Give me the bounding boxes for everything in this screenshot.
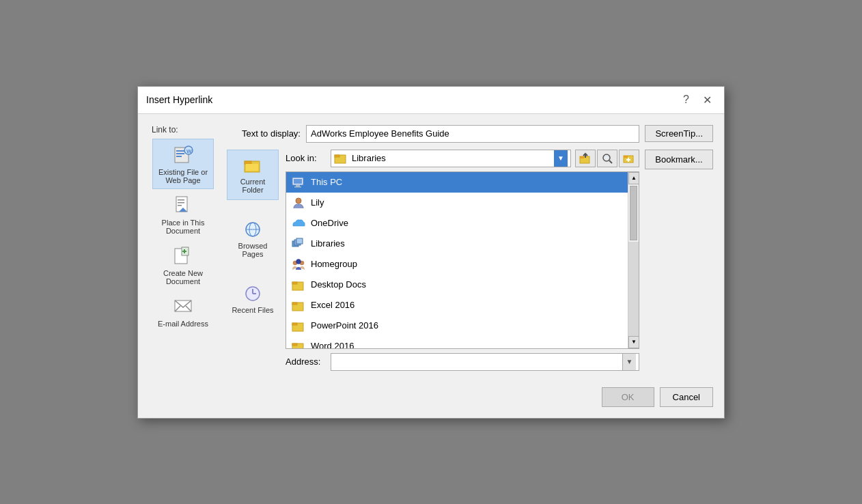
up-folder-btn[interactable]	[575, 150, 596, 167]
new-folder-btn[interactable]	[619, 150, 639, 167]
scroll-space	[628, 242, 639, 336]
close-button[interactable]: ✕	[699, 92, 716, 108]
svg-rect-41	[294, 186, 301, 188]
dropdown-item-this-pc[interactable]: This PC	[286, 172, 628, 193]
look-in-combo[interactable]: Libraries ▼	[331, 150, 571, 167]
screentip-button[interactable]: ScreenTip...	[645, 125, 713, 142]
toolbar-buttons	[575, 150, 639, 167]
sidebar-item-create-new[interactable]: Create NewDocument	[152, 240, 214, 290]
scroll-thumb[interactable]	[630, 186, 637, 240]
dropdown-item-desktop-docs[interactable]: Desktop Docs	[286, 275, 628, 295]
text-display-label: Text to display:	[225, 128, 301, 139]
svg-rect-8	[178, 202, 184, 204]
nav-column: CurrentFolder BrowsedPages	[225, 150, 280, 371]
svg-rect-2	[176, 153, 184, 154]
look-in-label: Look in:	[286, 153, 326, 163]
search-web-btn[interactable]	[597, 150, 617, 167]
title-bar: Insert Hyperlink ? ✕	[138, 87, 724, 114]
right-buttons: Bookmark...	[645, 150, 713, 371]
nav-current-folder[interactable]: CurrentFolder	[227, 150, 279, 200]
link-to-label: Link to:	[149, 125, 178, 135]
file-browser: Look in: Libraries ▼	[286, 150, 639, 371]
bottom-row: OK Cancel	[138, 382, 724, 418]
look-in-row: Look in: Libraries ▼	[286, 150, 639, 167]
dropdown-item-libraries[interactable]: Libraries	[286, 234, 628, 254]
this-pc-icon	[292, 176, 305, 189]
onedrive-icon	[292, 216, 305, 230]
svg-rect-39	[294, 179, 302, 184]
scroll-up-btn[interactable]: ▲	[628, 172, 639, 184]
dropdown-item-word-2016[interactable]: Word 2016	[286, 336, 628, 348]
svg-rect-30	[580, 156, 584, 158]
powerpoint-2016-icon	[292, 319, 305, 333]
svg-rect-7	[178, 199, 184, 201]
dropdown-item-lily[interactable]: Lily	[286, 193, 628, 213]
dropdown-item-powerpoint-2016[interactable]: PowerPoint 2016	[286, 316, 628, 336]
browsed-pages-label: BrowsedPages	[238, 242, 268, 258]
svg-rect-1	[176, 150, 184, 152]
middle-section: CurrentFolder BrowsedPages	[225, 150, 713, 371]
svg-rect-20	[246, 164, 258, 171]
svg-rect-40	[296, 185, 300, 186]
place-in-doc-label: Place in ThisDocument	[162, 219, 205, 235]
nav-recent-files[interactable]: Recent Files	[227, 278, 279, 320]
folder-icon-combo	[334, 152, 348, 165]
scroll-down-btn[interactable]: ▼	[628, 336, 639, 348]
place-in-doc-icon	[172, 194, 194, 216]
address-label: Address:	[286, 356, 326, 367]
ok-button[interactable]: OK	[602, 387, 654, 407]
help-button[interactable]: ?	[679, 92, 693, 107]
cancel-button[interactable]: Cancel	[660, 387, 713, 407]
powerpoint-2016-label: PowerPoint 2016	[311, 320, 378, 331]
text-display-row: Text to display: ScreenTip...	[225, 125, 713, 143]
svg-line-32	[609, 160, 612, 163]
onedrive-label: OneDrive	[311, 218, 348, 228]
svg-point-33	[605, 156, 608, 159]
address-dropdown-btn[interactable]: ▼	[622, 354, 636, 370]
dialog-body: Link to: W Existing File orWeb Page	[138, 114, 724, 382]
existing-file-label: Existing File orWeb Page	[158, 168, 208, 184]
nav-browsed-pages[interactable]: BrowsedPages	[227, 214, 279, 264]
create-new-label: Create NewDocument	[163, 269, 203, 285]
svg-text:W: W	[186, 148, 192, 154]
lily-label: Lily	[311, 197, 324, 208]
excel-2016-label: Excel 2016	[311, 300, 354, 310]
text-display-input[interactable]	[306, 125, 639, 143]
current-folder-label: CurrentFolder	[240, 178, 266, 194]
address-row: Address: ▼	[286, 353, 639, 371]
dropdown-item-onedrive[interactable]: OneDrive	[286, 213, 628, 234]
sidebar-item-email[interactable]: E-mail Address	[152, 290, 214, 333]
dropdown-item-homegroup[interactable]: Homegroup	[286, 254, 628, 275]
svg-rect-45	[296, 238, 303, 244]
look-in-dropdown-btn[interactable]: ▼	[554, 150, 568, 167]
homegroup-label: Homegroup	[311, 259, 357, 269]
dropdown-list: This PC Lily	[286, 171, 639, 349]
scrollbar[interactable]: ▲ ▼	[628, 172, 639, 348]
svg-rect-52	[292, 303, 297, 305]
sidebar-item-existing-file[interactable]: W Existing File orWeb Page	[152, 139, 214, 189]
svg-rect-19	[245, 161, 251, 164]
existing-file-icon: W	[172, 143, 194, 165]
address-combo[interactable]: ▼	[331, 353, 639, 371]
svg-rect-35	[624, 156, 628, 158]
create-new-icon	[172, 244, 194, 266]
svg-rect-56	[292, 344, 297, 346]
main-content: Text to display: ScreenTip... CurrentFol…	[225, 125, 713, 371]
svg-point-48	[296, 259, 301, 264]
sidebar-item-place-in-doc[interactable]: Place in ThisDocument	[152, 189, 214, 240]
dropdown-items: This PC Lily	[286, 172, 628, 348]
desktop-docs-icon	[292, 278, 305, 292]
libraries-icon	[292, 237, 305, 251]
svg-rect-54	[292, 323, 297, 325]
homegroup-icon	[292, 257, 305, 271]
dropdown-item-excel-2016[interactable]: Excel 2016	[286, 295, 628, 316]
email-icon	[172, 295, 194, 317]
desktop-docs-label: Desktop Docs	[311, 279, 366, 290]
svg-rect-28	[335, 155, 339, 157]
look-in-value: Libraries	[352, 153, 550, 163]
insert-hyperlink-dialog: Insert Hyperlink ? ✕ Link to: W	[137, 86, 725, 419]
svg-point-42	[296, 198, 301, 204]
dialog-title: Insert Hyperlink	[146, 94, 212, 105]
libraries-label: Libraries	[311, 238, 345, 249]
bookmark-button[interactable]: Bookmark...	[645, 150, 713, 169]
